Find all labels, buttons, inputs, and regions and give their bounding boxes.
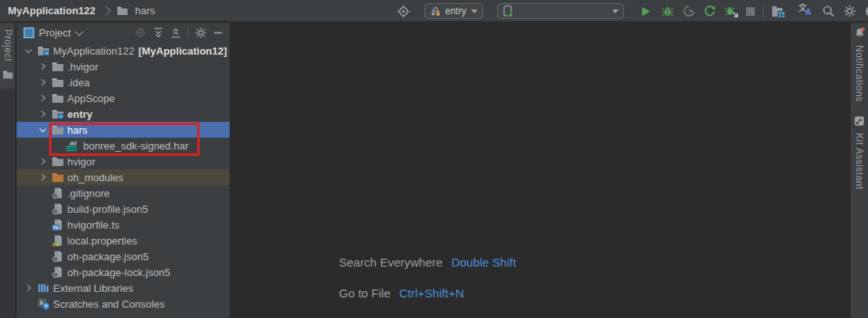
gear-icon[interactable] <box>195 27 207 39</box>
hint-go-to-file: Go to File Ctrl+Shift+N <box>339 284 516 301</box>
target-icon[interactable] <box>396 4 410 18</box>
tree-chevron-right-icon[interactable] <box>37 172 48 183</box>
chevron-down-icon <box>612 9 619 13</box>
attach-debugger-icon[interactable] <box>724 4 739 18</box>
kit-assistant-icon <box>854 115 865 130</box>
tree-row-entry[interactable]: entry <box>17 106 230 122</box>
tree-row-hvigor[interactable]: hvigor <box>17 153 230 169</box>
tree-chevron-right-icon[interactable] <box>37 93 48 104</box>
run-configuration-value: entry <box>445 6 466 17</box>
tool-button-notifications[interactable]: Notifications <box>854 27 866 102</box>
panel-header-actions <box>135 27 223 39</box>
tree-row-oh-package-lock-json5[interactable]: oh-package-lock.json5 <box>17 264 230 280</box>
folder-icon <box>116 4 130 18</box>
stop-icon[interactable] <box>745 4 756 18</box>
project-tree: MyApplication122[MyApplication12].hvigor… <box>17 43 230 318</box>
debug-icon[interactable] <box>661 4 675 18</box>
json5-icon <box>51 203 64 215</box>
tree-chevron-spacer <box>37 235 48 246</box>
tree-chevron-spacer <box>37 187 48 199</box>
breadcrumb-item[interactable]: hars <box>135 5 155 17</box>
ts-icon: TS <box>51 218 64 231</box>
run-icon[interactable] <box>638 4 653 18</box>
tree-row-idea[interactable]: .idea <box>17 74 230 90</box>
bell-icon <box>854 27 866 42</box>
tree-row-hvigor[interactable]: .hvigor <box>17 59 230 74</box>
left-tool-stripe: Project <box>0 23 16 318</box>
tree-row-gitignore[interactable]: .gitignore <box>17 185 230 201</box>
libs-icon <box>37 282 50 294</box>
ide-window: MyApplication122 hars entry <box>0 0 868 318</box>
tree-row-build-profile-json5[interactable]: build-profile.json5 <box>17 201 230 217</box>
device-select[interactable] <box>497 3 624 19</box>
locate-icon[interactable] <box>135 27 147 39</box>
profiler-icon[interactable] <box>682 4 696 18</box>
tree-chevron-spacer <box>37 267 48 278</box>
expand-all-icon[interactable] <box>153 27 164 39</box>
breadcrumb-separator-icon <box>101 6 111 16</box>
folder-icon <box>2 68 13 82</box>
tree-row-oh-modules[interactable]: oh_modules <box>17 169 230 185</box>
folder-icon <box>51 155 64 168</box>
rerun-icon[interactable] <box>702 4 717 18</box>
tree-row-label: AppScope <box>67 93 115 104</box>
folder-icon <box>51 60 64 73</box>
tree-row-external-libraries[interactable]: External Libraries <box>17 280 230 296</box>
tree-chevron-down-icon[interactable] <box>37 124 48 135</box>
tree-row-label: bonree_sdk-signed.har <box>83 140 188 152</box>
tree-row-label: Scratches and Consoles <box>53 298 165 310</box>
search-icon[interactable] <box>821 4 836 18</box>
tool-button-project[interactable]: Project <box>0 23 15 89</box>
tree-row-scratches-and-consoles[interactable]: Scratches and Consoles <box>17 296 230 312</box>
svg-text:TS: TS <box>53 225 59 230</box>
tree-chevron-spacer <box>23 298 34 309</box>
run-configuration-select[interactable]: entry <box>424 3 483 19</box>
editor-area[interactable] <box>230 23 849 318</box>
tree-row-bonree-sdk-signed-har[interactable]: HARbonree_sdk-signed.har <box>17 138 230 153</box>
folder-icon <box>51 76 64 89</box>
chevron-down-icon[interactable] <box>75 27 84 36</box>
tree-row-local-properties[interactable]: local.properties <box>17 233 230 248</box>
tree-row-oh-package-json5[interactable]: oh-package.json5 <box>17 248 230 264</box>
right-tool-stripe: Notifications Kit Assistant <box>850 23 868 318</box>
json5-icon <box>51 250 64 263</box>
tree-row-label: hars <box>67 124 87 136</box>
account-avatar-icon[interactable] <box>864 4 868 18</box>
translate-icon[interactable]: 文A <box>796 4 813 18</box>
settings-gear-icon[interactable] <box>843 4 857 18</box>
tree-chevron-down-icon[interactable] <box>23 45 34 56</box>
tree-row-suffix: [MyApplication12] <box>139 45 227 57</box>
hide-panel-icon[interactable] <box>213 28 223 38</box>
kit-assistant-label: Kit Assistant <box>854 133 865 190</box>
tree-row-label: entry <box>67 108 93 120</box>
tree-row-label: MyApplication122 <box>53 45 135 57</box>
toolbar-separator <box>763 5 763 17</box>
breadcrumb: MyApplication122 hars <box>0 4 155 18</box>
hint-search-everywhere: Search Everywhere Double Shift <box>339 253 516 271</box>
tree-chevron-right-icon[interactable] <box>37 156 48 167</box>
tree-row-hvigorfile-ts[interactable]: TShvigorfile.ts <box>17 217 230 233</box>
panel-title[interactable]: Project <box>39 27 70 39</box>
tree-chevron-right-icon[interactable] <box>37 108 48 119</box>
ignore-icon <box>51 187 64 199</box>
tree-row-appscope[interactable]: AppScope <box>17 90 230 106</box>
tree-row-hars[interactable]: hars <box>17 122 230 138</box>
tree-row-label: .idea <box>67 77 89 89</box>
titlebar-controls: entry <box>394 0 868 22</box>
collapse-all-icon[interactable] <box>170 27 181 39</box>
device-file-explorer-icon[interactable] <box>771 4 786 18</box>
tree-row-label: External Libraries <box>53 282 133 294</box>
breadcrumb-project[interactable]: MyApplication122 <box>8 5 96 17</box>
hint-label: Go to File <box>339 286 390 300</box>
tree-row-myapplication122[interactable]: MyApplication122[MyApplication12] <box>17 43 230 59</box>
svg-text:HAR: HAR <box>67 147 76 151</box>
project-tab-label: Project <box>2 29 13 62</box>
har-icon: HAR <box>66 139 80 152</box>
tree-chevron-right-icon[interactable] <box>37 61 48 72</box>
header-separator <box>188 28 188 39</box>
tool-button-kit-assistant[interactable]: Kit Assistant <box>854 115 865 190</box>
tree-row-label: build-profile.json5 <box>67 203 148 215</box>
hint-shortcut: Ctrl+Shift+N <box>399 286 464 300</box>
tree-chevron-right-icon[interactable] <box>23 282 34 293</box>
tree-chevron-right-icon[interactable] <box>37 77 48 88</box>
